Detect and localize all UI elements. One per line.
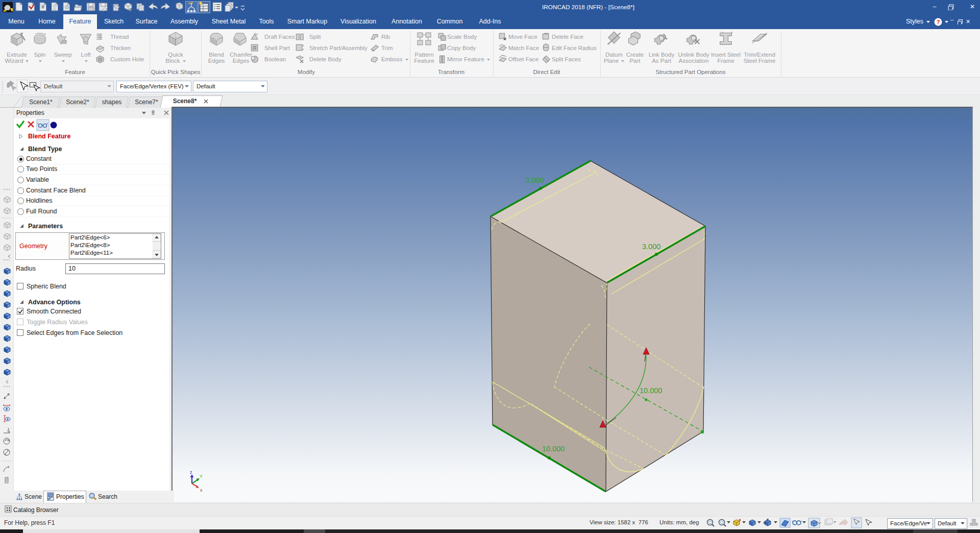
- svg-text:10.000: 10.000: [542, 445, 565, 453]
- svg-text:?: ?: [937, 19, 940, 25]
- svg-text:10.000: 10.000: [640, 386, 662, 395]
- svg-text:Y: Y: [200, 474, 203, 479]
- svg-text:3.000: 3.000: [525, 176, 544, 184]
- svg-text:3.000: 3.000: [642, 243, 660, 251]
- svg-text:x: x: [200, 488, 203, 493]
- svg-text:z: z: [190, 470, 192, 475]
